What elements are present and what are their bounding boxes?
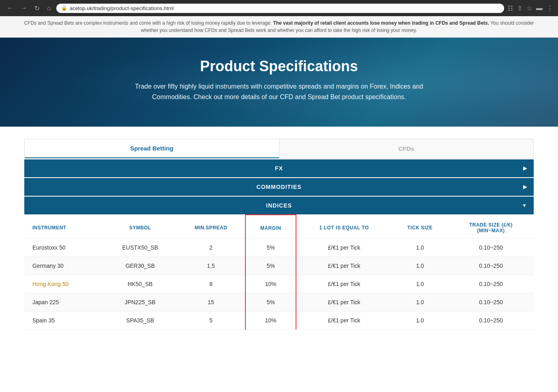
instrument-tick-size: 1.0	[392, 311, 448, 330]
instrument-lot-equal: £/€1 per Tick	[296, 311, 392, 330]
instrument-symbol: JPN225_SB	[103, 293, 177, 311]
instrument-lot-equal: £/€1 per Tick	[296, 293, 392, 311]
back-button[interactable]: ←	[5, 4, 15, 13]
instrument-margin: 5%	[245, 239, 296, 257]
instrument-tick-size: 1.0	[392, 239, 448, 257]
table-row: Spain 35 SPA35_SB 5 10% £/€1 per Tick 1.…	[24, 311, 534, 330]
url-text: acetop.uk/trading/product-specifications…	[70, 5, 174, 11]
instrument-symbol: GER30_SB	[103, 257, 177, 275]
tab-spread-betting[interactable]: Spread Betting	[25, 139, 279, 158]
section-commodities[interactable]: COMMODITIES ▶	[24, 178, 534, 196]
instrument-min-spread: 1.5	[177, 257, 245, 275]
instrument-trade-size: 0.10~250	[448, 311, 534, 330]
instrument-trade-size: 0.10~250	[448, 239, 534, 257]
warning-text-bold: The vast majority of retail client accou…	[273, 20, 489, 26]
col-min-spread: MIN.SPREAD	[177, 215, 245, 239]
instrument-lot-equal: £/€1 per Tick	[296, 239, 392, 257]
section-indices-label: INDICES	[266, 202, 292, 209]
section-commodities-label: COMMODITIES	[256, 184, 301, 190]
warning-bar: CFDs and Spread Bets are complex instrum…	[0, 16, 558, 38]
tab-container: Spread Betting CFDs	[24, 139, 534, 159]
warning-text-1: CFDs and Spread Bets are complex instrum…	[24, 20, 272, 26]
extension-icon[interactable]: ▬	[536, 4, 543, 12]
instrument-min-spread: 2	[177, 239, 245, 257]
instrument-tick-size: 1.0	[392, 275, 448, 293]
instrument-margin: 10%	[245, 275, 296, 293]
star-icon[interactable]: ☆	[526, 4, 532, 12]
instrument-min-spread: 8	[177, 275, 245, 293]
instrument-margin: 5%	[245, 257, 296, 275]
section-indices[interactable]: INDICES ▼	[24, 197, 534, 214]
table-row: Hong Kong 50 HK50_SB 8 10% £/€1 per Tick…	[24, 275, 534, 293]
commodities-arrow-icon: ▶	[523, 184, 527, 190]
instrument-trade-size: 0.10~250	[448, 275, 534, 293]
address-bar[interactable]: 🔒 acetop.uk/trading/product-specificatio…	[56, 4, 504, 13]
instrument-lot-equal: £/€1 per Tick	[296, 257, 392, 275]
table-header-row: INSTRUMENT SYMBOL MIN.SPREAD MARGIN 1 LO…	[24, 215, 534, 239]
instrument-tick-size: 1.0	[392, 293, 448, 311]
share-icon[interactable]: ⇧	[517, 4, 522, 12]
instrument-margin: 5%	[245, 293, 296, 311]
instrument-name: Spain 35	[24, 311, 103, 330]
browser-chrome: ← → ↻ ⌂ 🔒 acetop.uk/trading/product-spec…	[0, 0, 558, 16]
col-trade-size: TRADE SIZE (£/€)(MIN~MAX)	[448, 215, 534, 239]
forward-button[interactable]: →	[19, 4, 29, 13]
home-button[interactable]: ⌂	[45, 4, 53, 13]
table-row: Germany 30 GER30_SB 1.5 5% £/€1 per Tick…	[24, 257, 534, 275]
page-title: Product Specifications	[8, 58, 550, 75]
instrument-trade-size: 0.10~250	[448, 257, 534, 275]
instrument-min-spread: 5	[177, 311, 245, 330]
instrument-lot-equal: £/€1 per Tick	[296, 275, 392, 293]
indices-arrow-icon: ▼	[522, 203, 527, 208]
instruments-table: INSTRUMENT SYMBOL MIN.SPREAD MARGIN 1 LO…	[24, 214, 534, 330]
menu-icon[interactable]: ⋮	[547, 4, 553, 12]
instrument-trade-size: 0.10~250	[448, 293, 534, 311]
col-tick-size: TICK SIZE	[392, 215, 448, 239]
instrument-symbol: HK50_SB	[103, 275, 177, 293]
col-symbol: SYMBOL	[103, 215, 177, 239]
fx-arrow-icon: ▶	[523, 165, 527, 171]
col-lot-equal: 1 LOT IS EQUAL TO	[296, 215, 392, 239]
instrument-name: Eurostoxx 50	[24, 239, 103, 257]
instrument-symbol: EUSTX50_SB	[103, 239, 177, 257]
instrument-margin: 10%	[245, 311, 296, 330]
instrument-name: Hong Kong 50	[24, 275, 103, 293]
instrument-name: Japan 225	[24, 293, 103, 311]
instrument-tick-size: 1.0	[392, 257, 448, 275]
table-row: Japan 225 JPN225_SB 15 5% £/€1 per Tick …	[24, 293, 534, 311]
section-fx-label: FX	[275, 165, 283, 172]
hero-subtitle: Trade over fifty highly liquid instrumen…	[127, 81, 431, 102]
browser-toolbar: ☷ ⇧ ☆ ▬ ⋮	[507, 4, 553, 12]
col-margin: MARGIN	[245, 215, 296, 239]
instrument-min-spread: 15	[177, 293, 245, 311]
lock-icon: 🔒	[61, 5, 67, 11]
translate-icon[interactable]: ☷	[507, 4, 513, 12]
section-fx[interactable]: FX ▶	[24, 159, 534, 177]
reload-button[interactable]: ↻	[32, 4, 42, 13]
tab-cfds[interactable]: CFDs	[279, 139, 534, 158]
instrument-symbol: SPA35_SB	[103, 311, 177, 330]
main-content: Spread Betting CFDs FX ▶ COMMODITIES ▶ I…	[0, 127, 558, 342]
instrument-name: Germany 30	[24, 257, 103, 275]
table-row: Eurostoxx 50 EUSTX50_SB 2 5% £/€1 per Ti…	[24, 239, 534, 257]
hero-section: Product Specifications Trade over fifty …	[0, 38, 558, 127]
col-instrument: INSTRUMENT	[24, 215, 103, 239]
